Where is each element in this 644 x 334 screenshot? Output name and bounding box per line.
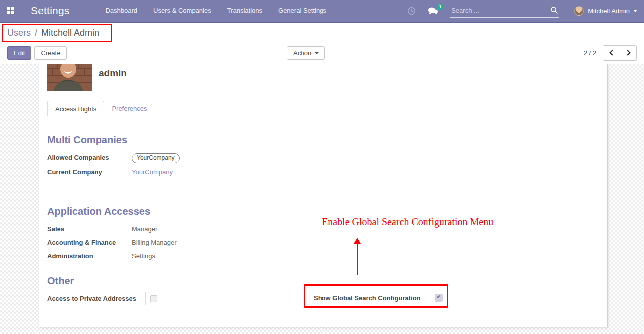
- checkmark-icon: [436, 294, 440, 298]
- section-heading-application-accesses: Application Accesses: [47, 206, 599, 217]
- field-label: Sales: [47, 222, 127, 236]
- chevron-right-icon: [625, 50, 630, 55]
- field-row-accounting-finance: Accounting & Finance Billing Manager: [47, 236, 599, 249]
- field-label: Access to Private Addresses: [47, 292, 145, 305]
- user-name: Mitchell Admin: [588, 7, 630, 15]
- create-button[interactable]: Create: [34, 46, 67, 60]
- global-search-checkbox-checked[interactable]: [435, 294, 443, 302]
- form-sheet: admin Access Rights Preferences Multi Co…: [39, 64, 608, 327]
- chevron-down-icon: [633, 10, 637, 12]
- pager: 2 / 2: [584, 45, 637, 61]
- breadcrumb-separator: /: [35, 28, 37, 38]
- nav-item-users-companies[interactable]: Users & Companies: [145, 0, 219, 22]
- app-title[interactable]: Settings: [31, 5, 69, 17]
- control-panel-buttons: Edit Create Action 2 / 2: [0, 43, 644, 63]
- edit-button[interactable]: Edit: [7, 46, 31, 60]
- tab-access-rights[interactable]: Access Rights: [47, 101, 104, 116]
- private-addresses-checkbox[interactable]: [150, 295, 157, 302]
- caret-down-icon: [315, 52, 319, 54]
- breadcrumb-users-link[interactable]: Users: [7, 28, 31, 38]
- search-icon[interactable]: [550, 6, 558, 14]
- nav-menu: Dashboard Users & Companies Translations…: [97, 0, 334, 22]
- field-divider: [428, 291, 428, 304]
- field-label: Current Company: [47, 165, 127, 179]
- breadcrumb-current: Mitchell Admin: [41, 28, 99, 38]
- form-header: admin: [47, 64, 599, 91]
- nav-item-dashboard[interactable]: Dashboard: [97, 0, 145, 22]
- apps-menu-icon[interactable]: [7, 7, 14, 14]
- pager-value: 2 / 2: [584, 49, 596, 57]
- application-accesses-rows: Sales Manager Accounting & Finance Billi…: [47, 222, 599, 263]
- nav-item-general-settings[interactable]: General Settings: [270, 0, 334, 22]
- messages-icon[interactable]: 1: [428, 7, 438, 15]
- user-photo: [47, 64, 92, 91]
- field-row-current-company: Current Company YourCompany: [47, 165, 599, 179]
- action-dropdown-button[interactable]: Action: [287, 46, 325, 60]
- tab-preferences[interactable]: Preferences: [104, 101, 154, 116]
- field-label: Show Global Search Configuration: [314, 294, 421, 302]
- breadcrumb: Users / Mitchell Admin: [0, 23, 644, 43]
- nav-item-translations[interactable]: Translations: [219, 0, 270, 22]
- field-label: Accounting & Finance: [47, 236, 127, 249]
- top-navbar: Settings Dashboard Users & Companies Tra…: [0, 0, 644, 23]
- record-title: admin: [99, 68, 127, 91]
- search-input[interactable]: [450, 4, 559, 17]
- notebook-tabs: Access Rights Preferences: [47, 101, 599, 116]
- field-value: Manager: [127, 222, 157, 236]
- current-company-link[interactable]: YourCompany: [132, 168, 173, 177]
- multi-companies-rows: Allowed Companies YourCompany Current Co…: [47, 151, 599, 179]
- field-row-allowed-companies: Allowed Companies YourCompany: [47, 151, 599, 165]
- field-value: Settings: [127, 249, 155, 263]
- field-label: Administration: [47, 249, 127, 263]
- odoo-settings-page: Settings Dashboard Users & Companies Tra…: [0, 0, 644, 334]
- nav-right: 1 Mitchell Admin: [407, 4, 637, 18]
- pager-next-button[interactable]: [620, 46, 636, 60]
- nav-search: [450, 4, 559, 18]
- user-menu[interactable]: Mitchell Admin: [574, 6, 637, 16]
- message-count-badge: 1: [437, 4, 443, 10]
- field-value: Billing Manager: [127, 236, 177, 249]
- user-avatar: [574, 6, 584, 16]
- section-heading-other: Other: [47, 275, 599, 287]
- company-tag: YourCompany: [132, 153, 180, 163]
- field-row-administration: Administration Settings: [47, 249, 599, 263]
- field-row-sales: Sales Manager: [47, 222, 599, 236]
- pager-previous-button[interactable]: [603, 46, 620, 60]
- chevron-left-icon: [609, 50, 615, 55]
- field-label: Allowed Companies: [47, 151, 127, 165]
- section-heading-multi-companies: Multi Companies: [47, 134, 599, 146]
- action-label: Action: [293, 49, 311, 57]
- activity-clock-icon[interactable]: [407, 7, 416, 15]
- field-row-global-search: Show Global Search Configuration: [314, 291, 443, 304]
